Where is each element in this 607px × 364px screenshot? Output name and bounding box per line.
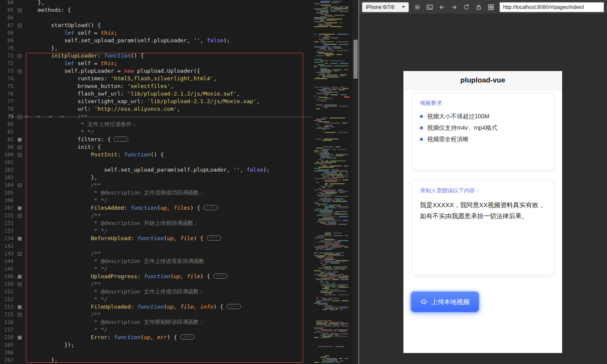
- fold-open-icon[interactable]: [14, 113, 25, 120]
- folded-code-pill[interactable]: ···: [226, 304, 240, 309]
- fold-collapsed-icon[interactable]: [14, 273, 25, 280]
- back-icon[interactable]: [438, 3, 446, 11]
- code-line[interactable]: 72 let self = this;: [0, 60, 312, 67]
- code-line[interactable]: 151 * @description 文件上传成功回调函数；: [0, 288, 312, 296]
- code-line[interactable]: 104 /**: [0, 181, 312, 189]
- code-line[interactable]: 75 browse_button: 'selectfiles',: [0, 82, 312, 90]
- code-line[interactable]: 76 flash_swf_url: 'lib/plupload-2.1.2/js…: [0, 90, 312, 98]
- line-number: 267: [0, 356, 14, 364]
- code-line[interactable]: 71 initplupLoader: function() {: [0, 52, 312, 60]
- code-editor[interactable]: 64 },65 methods: {6667 startUpload() {68…: [0, 0, 312, 364]
- code-line[interactable]: 217 * */: [0, 326, 312, 334]
- line-number: 107: [0, 204, 14, 212]
- code-line[interactable]: 146 UploadProgress: function(up, file) {…: [0, 273, 312, 280]
- fold-collapsed-icon[interactable]: [14, 303, 25, 311]
- fold-open-icon[interactable]: [14, 250, 25, 257]
- code-line[interactable]: 74 runtimes: 'html5,flash,silverlight,ht…: [0, 75, 312, 82]
- code-line[interactable]: 64 },: [0, 0, 312, 6]
- code-line[interactable]: 144 * @description 文件上传进度条回调函数: [0, 257, 312, 265]
- folded-code-pill[interactable]: ···: [180, 334, 194, 339]
- settings-gear-icon[interactable]: [414, 3, 421, 11]
- line-number: 265: [0, 341, 14, 349]
- code-line[interactable]: 73 self.plupLoader = new plupload.Upload…: [0, 67, 312, 75]
- code-text: startUpload() {: [25, 22, 312, 29]
- code-line[interactable]: 80 * 文件上传过滤条件；: [0, 120, 312, 128]
- url-input[interactable]: [499, 2, 604, 12]
- console-icon[interactable]: [426, 3, 433, 11]
- code-line[interactable]: 65 methods: {: [0, 6, 312, 14]
- code-line[interactable]: 68 let self = this;: [0, 29, 312, 37]
- code-line[interactable]: 153 FileUploaded: function(up, file, inf…: [0, 303, 312, 311]
- code-line[interactable]: 216 * @description 文件限制错误回调函数；: [0, 318, 312, 326]
- grid-apps-icon[interactable]: [487, 3, 495, 11]
- code-line[interactable]: 77 silverlight_xap_url: 'lib/plupload-2.…: [0, 98, 312, 105]
- code-text: BeforeUpload: function(up, file) { ···: [25, 235, 312, 242]
- fold-collapsed-icon[interactable]: [14, 334, 25, 341]
- fold-open-icon[interactable]: [14, 52, 25, 60]
- code-line[interactable]: 66: [0, 14, 312, 22]
- forward-icon[interactable]: [450, 3, 458, 11]
- fold-open-icon[interactable]: [14, 22, 25, 29]
- code-line[interactable]: 106 * */: [0, 197, 312, 204]
- fold-open-icon[interactable]: [14, 67, 25, 75]
- fold-collapsed-icon[interactable]: [14, 204, 25, 212]
- fold-open-icon[interactable]: [14, 6, 25, 14]
- code-line[interactable]: 78 url: 'http://oss.aliyuncs.com',: [0, 105, 312, 113]
- code-line[interactable]: 81 * */: [0, 128, 312, 136]
- line-number: 216: [0, 318, 14, 326]
- fold-open-icon[interactable]: [14, 280, 25, 288]
- code-line[interactable]: 142: [0, 242, 312, 250]
- code-line[interactable]: 67 startUpload() {: [0, 22, 312, 29]
- upload-video-button[interactable]: 上传本地视频: [411, 292, 479, 312]
- folded-code-pill[interactable]: ···: [207, 235, 221, 241]
- folded-code-pill[interactable]: ···: [114, 137, 128, 142]
- fold-open-icon[interactable]: [14, 151, 25, 159]
- code-text: /**: [25, 212, 312, 219]
- code-line[interactable]: 266: [0, 349, 312, 356]
- code-line[interactable]: 265 });: [0, 341, 312, 349]
- code-line[interactable]: 133 * */: [0, 227, 312, 235]
- code-line[interactable]: 105 * @description 文件选择成功回调函数；: [0, 189, 312, 197]
- code-text: [25, 14, 312, 22]
- refresh-icon[interactable]: [463, 3, 470, 11]
- code-text: Error: function(up, err) { ···: [25, 334, 312, 341]
- code-line[interactable]: 131 /**: [0, 212, 312, 219]
- code-line[interactable]: 79 /**: [0, 113, 312, 120]
- code-line[interactable]: 143 /**: [0, 250, 312, 257]
- code-line[interactable]: 102 self.set_upload_param(self.plupLoade…: [0, 166, 312, 174]
- code-line[interactable]: 99 init: {: [0, 143, 312, 151]
- device-select[interactable]: iPhone 6/7/8: [362, 2, 409, 12]
- code-line[interactable]: 145 * */: [0, 265, 312, 273]
- code-text: },: [25, 0, 312, 6]
- folded-code-pill[interactable]: ···: [213, 274, 227, 279]
- code-text: [25, 159, 312, 166]
- line-number: 72: [0, 60, 14, 67]
- code-line[interactable]: 107 FilesAdded: function(up, files) { ··…: [0, 204, 312, 212]
- code-line[interactable]: 267 },: [0, 356, 312, 364]
- code-line[interactable]: 100 PostInit: function() {: [0, 151, 312, 159]
- code-line[interactable]: 70 },: [0, 44, 312, 52]
- code-line[interactable]: 215 /**: [0, 311, 312, 318]
- code-line[interactable]: 218 Error: function(up, err) { ···: [0, 334, 312, 341]
- fold-open-icon[interactable]: [14, 143, 25, 151]
- code-line[interactable]: 101: [0, 159, 312, 166]
- code-line[interactable]: 152 * */: [0, 296, 312, 303]
- fold-collapsed-icon[interactable]: [14, 235, 25, 242]
- code-line[interactable]: 134 BeforeUpload: function(up, file) { ·…: [0, 235, 312, 242]
- fold-open-icon[interactable]: [14, 181, 25, 189]
- code-line[interactable]: 150 /**: [0, 280, 312, 288]
- line-number: 100: [0, 151, 14, 159]
- upload-button-label: 上传本地视频: [431, 298, 469, 306]
- lock-icon[interactable]: [475, 3, 483, 11]
- code-line[interactable]: 103 },: [0, 174, 312, 181]
- folded-code-pill[interactable]: ···: [204, 205, 218, 210]
- editor-scrollbar-thumb[interactable]: [353, 40, 358, 79]
- fold-open-icon[interactable]: [14, 311, 25, 318]
- fold-collapsed-icon[interactable]: [14, 136, 25, 143]
- line-number: 151: [0, 288, 14, 296]
- code-line[interactable]: 69 self.set_upload_param(self.plupLoader…: [0, 37, 312, 44]
- fold-open-icon[interactable]: [14, 212, 25, 219]
- code-line[interactable]: 132 * @description 开始上传前回调函数；: [0, 219, 312, 227]
- minimap[interactable]: [313, 0, 350, 364]
- code-line[interactable]: 82 filters: { ···: [0, 136, 312, 143]
